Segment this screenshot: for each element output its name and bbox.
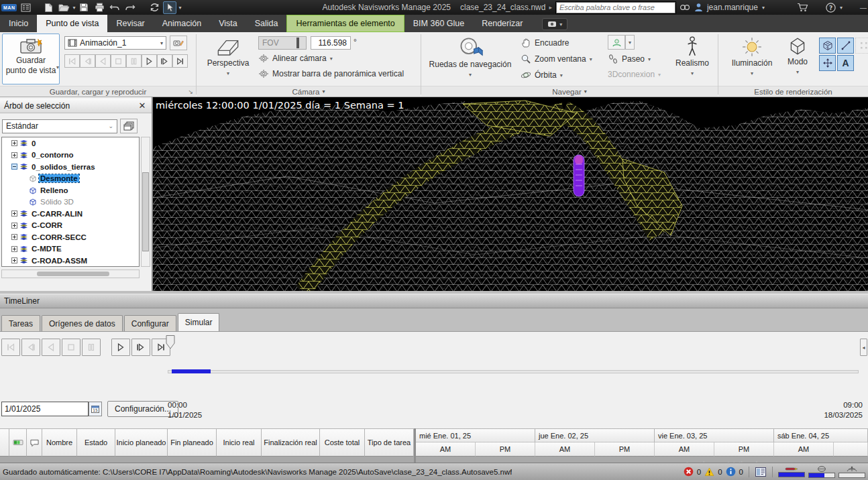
- tree-hscroll-thumb[interactable]: [37, 272, 109, 276]
- align-camera-button[interactable]: Alinear cámara ▾: [258, 54, 333, 63]
- lines-toggle[interactable]: [837, 38, 854, 54]
- anim-step-back-button[interactable]: [80, 54, 95, 68]
- search-collapse-icon[interactable]: ▸: [549, 4, 552, 11]
- save-icon[interactable]: [77, 1, 91, 14]
- fov-slider-thumb[interactable]: [296, 38, 299, 48]
- sim-step-back-button[interactable]: [21, 339, 40, 356]
- tree-mode-select[interactable]: Estándar ⌄: [2, 119, 117, 133]
- sheet-browser-icon[interactable]: [755, 467, 767, 477]
- tab-simular[interactable]: Simular: [178, 313, 220, 331]
- col-nombre[interactable]: Nombre: [42, 428, 77, 457]
- col-inicio-planeado[interactable]: Inicio planeado: [115, 428, 168, 457]
- mode-button[interactable]: Modo ▾: [780, 34, 815, 84]
- anim-step-forward-button[interactable]: [157, 54, 172, 68]
- tree-horizontal-scrollbar[interactable]: [1, 269, 140, 278]
- group1-footer[interactable]: Guardar, cargar y reproducir ↘: [0, 86, 196, 97]
- zoom-window-button[interactable]: Zoom ventana ▾: [521, 54, 592, 64]
- open-file-dropdown-icon[interactable]: ▾: [72, 5, 75, 11]
- minimize-button[interactable]: —: [860, 4, 867, 11]
- save-viewpoint-button[interactable]: Guardar punto de vista: [2, 34, 60, 84]
- snap-points-toggle[interactable]: [819, 55, 836, 71]
- col-finalizacion-real[interactable]: Finalización real: [262, 428, 320, 457]
- tab-inicio[interactable]: Inicio: [0, 15, 37, 32]
- col-status-icon[interactable]: [9, 428, 27, 457]
- tree-item[interactable]: 0: [2, 137, 139, 149]
- walk-button[interactable]: Paseo ▾: [608, 54, 651, 64]
- col-inicio-real[interactable]: Inicio real: [217, 428, 262, 457]
- timeline-scroll-left-button[interactable]: ◂: [860, 339, 867, 356]
- col-select[interactable]: [0, 428, 9, 457]
- col-tipo-de-tarea[interactable]: Tipo de tarea: [365, 428, 414, 457]
- third-person-button[interactable]: [608, 35, 625, 50]
- errors-icon[interactable]: [684, 467, 694, 477]
- text-toggle[interactable]: A: [837, 55, 854, 71]
- tab-origenes-de-datos[interactable]: Orígenes de datos: [42, 315, 123, 331]
- tab-punto-de-vista[interactable]: Punto de vista: [37, 15, 107, 32]
- tree-item[interactable]: C-CARR-ALIN: [2, 208, 139, 220]
- anim-skip-end-button[interactable]: [172, 54, 188, 68]
- selection-tree-list[interactable]: 0 0_contorno 0_solidos_tierras Desmonte …: [1, 137, 140, 267]
- user-dropdown-icon[interactable]: ▾: [762, 5, 765, 11]
- sim-skip-start-button[interactable]: [1, 339, 20, 356]
- tree-item[interactable]: C-CORR-SECC: [2, 231, 139, 243]
- refresh-icon[interactable]: [148, 1, 161, 14]
- tab-vista[interactable]: Vista: [210, 15, 246, 32]
- tree-item[interactable]: 0_contorno: [2, 149, 139, 162]
- app-logo[interactable]: MAN: [1, 4, 17, 11]
- anim-stop-button[interactable]: [111, 54, 126, 68]
- col-comment-icon[interactable]: [27, 428, 42, 457]
- fov-value-field[interactable]: 116.598: [311, 36, 351, 50]
- store-cart-icon[interactable]: [797, 3, 808, 12]
- warnings-icon[interactable]: [704, 467, 714, 477]
- tab-animacion[interactable]: Animación: [154, 15, 210, 32]
- threedconnexion-button[interactable]: 3Dconnexion ▾: [608, 70, 661, 79]
- anim-play-button[interactable]: [142, 54, 157, 68]
- undo-icon[interactable]: [108, 1, 121, 14]
- ribbon-display-toggle-button[interactable]: ▾: [542, 18, 567, 30]
- tree-item[interactable]: C-ROAD-ASSM: [2, 255, 139, 267]
- select-tool-icon[interactable]: [163, 1, 176, 14]
- lighting-button[interactable]: Iluminación ▾: [726, 34, 777, 84]
- user-avatar-icon[interactable]: [694, 3, 703, 12]
- group-camara-footer[interactable]: Cámara ▾: [197, 86, 421, 97]
- col-fin-planeado[interactable]: Fin planeado: [168, 428, 217, 457]
- timeliner-titlebar[interactable]: TimeLiner: [0, 294, 868, 308]
- tab-tareas[interactable]: Tareas: [1, 315, 40, 331]
- info-icon[interactable]: [726, 467, 736, 477]
- sim-step-forward-button[interactable]: [131, 339, 150, 356]
- group-estilo-footer[interactable]: Estilo de renderización: [718, 86, 868, 97]
- open-file-icon[interactable]: [57, 1, 70, 14]
- perspective-button[interactable]: Perspectiva ▾: [203, 34, 253, 84]
- simulation-date-field[interactable]: 1/01/2025: [1, 402, 89, 416]
- tree-item[interactable]: 0_solidos_tierras: [2, 161, 139, 173]
- animation-select[interactable]: Animación_1 ▾: [64, 36, 166, 50]
- sim-stop-button[interactable]: [62, 339, 80, 356]
- sim-pause-button[interactable]: [82, 339, 101, 356]
- app-menu-icon[interactable]: [19, 1, 32, 14]
- anim-skip-start-button[interactable]: [64, 54, 80, 68]
- help-icon[interactable]: ?: [826, 3, 836, 13]
- sim-play-button[interactable]: [111, 339, 130, 356]
- show-pan-bar-button[interactable]: Mostrar barra de panorámica vertical: [258, 69, 404, 78]
- group-navegar-footer[interactable]: Navegar ▾: [421, 86, 718, 97]
- fov-slider[interactable]: FOV: [258, 36, 307, 50]
- realism-button[interactable]: Realismo ▾: [671, 34, 714, 84]
- col-estado[interactable]: Estado: [77, 428, 115, 457]
- tree-item-selected[interactable]: Desmonte: [2, 173, 139, 185]
- tab-revisar[interactable]: Revisar: [107, 15, 153, 32]
- sim-play-back-button[interactable]: [42, 339, 60, 356]
- tree-item[interactable]: C-CORR: [2, 220, 139, 232]
- save-viewpoint-dropdown-icon[interactable]: ▾: [56, 64, 59, 70]
- points-toggle[interactable]: [855, 38, 868, 54]
- select-tool-dropdown-icon[interactable]: ▾: [178, 5, 181, 11]
- pan-button[interactable]: Encuadre: [521, 38, 569, 48]
- user-name[interactable]: jean.manrique: [707, 3, 758, 12]
- show-windows-button[interactable]: [120, 119, 138, 133]
- tab-salida[interactable]: Salida: [246, 15, 287, 32]
- redo-icon[interactable]: [123, 1, 137, 14]
- help-dropdown-icon[interactable]: ▾: [840, 5, 843, 11]
- calendar-button[interactable]: [89, 402, 102, 416]
- close-icon[interactable]: ✕: [137, 101, 148, 111]
- tab-renderizar[interactable]: Renderizar: [473, 15, 531, 32]
- anim-pause-button[interactable]: [126, 54, 142, 68]
